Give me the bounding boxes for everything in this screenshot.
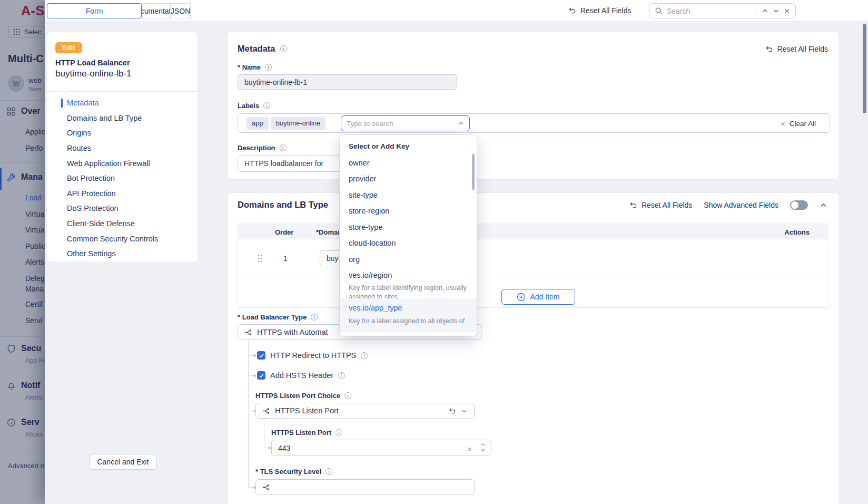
info-icon[interactable] [265, 64, 272, 71]
form-section-nav-item[interactable]: Domains and LB Type [47, 111, 198, 126]
number-stepper[interactable] [480, 442, 486, 452]
info-icon[interactable] [311, 314, 318, 321]
metadata-section: Metadata Reset All Fields * Name buytime… [228, 32, 839, 180]
advanced-fields-toggle[interactable] [790, 200, 808, 210]
form-section-nav-item[interactable]: Web Application Firewall [47, 156, 198, 171]
labels-search-input[interactable] [347, 120, 458, 128]
info-icon[interactable] [344, 392, 351, 399]
edit-badge: Edit [55, 42, 82, 53]
divider [757, 7, 757, 15]
description-label: Description [238, 144, 287, 152]
branch-icon [244, 328, 252, 336]
form-section-nav: MetadataDomains and LB TypeOriginsRoutes… [47, 95, 198, 261]
form-navigator: Edit HTTP Load Balancer buytime-online-l… [46, 32, 198, 262]
branch-icon [262, 407, 270, 415]
form-section-nav-item[interactable]: Common Security Controls [47, 231, 198, 246]
close-icon[interactable] [784, 8, 790, 14]
labels-label: Labels [238, 102, 270, 110]
info-icon[interactable] [263, 102, 270, 109]
name-field[interactable]: buytime-online-lb-1 [238, 74, 457, 90]
chevron-down-icon[interactable] [773, 7, 780, 14]
dropdown-option[interactable]: org [349, 256, 468, 263]
form-section-nav-item[interactable]: Routes [47, 141, 198, 156]
dropdown-option[interactable]: store-type [349, 224, 468, 231]
add-item-button[interactable]: Add Item [501, 289, 575, 305]
metadata-reset-all-button[interactable]: Reset All Fields [765, 45, 828, 53]
label-tag[interactable]: app [246, 117, 269, 130]
dropdown-option[interactable]: ves.io/region Key for a label identifyin… [349, 272, 468, 302]
dropdown-option[interactable]: site-type [349, 191, 468, 199]
lb-type-label: * Load Balancer Type [238, 313, 318, 321]
header-reset-all-button[interactable]: Reset All Fields [568, 0, 631, 21]
form-section-nav-item[interactable]: Bot Protection [47, 171, 198, 186]
form-section-nav-item[interactable]: Other Settings [47, 246, 198, 261]
dropdown-option[interactable]: owner [349, 159, 468, 167]
label-tags: appbuytime-online [246, 117, 328, 130]
http-redirect-checkbox[interactable] [257, 351, 265, 360]
http-redirect-label: HTTP Redirect to HTTPS [270, 351, 368, 360]
domains-title: Domains and LB Type [238, 200, 328, 210]
app-root: A-S Selec Multi-C W web Nam Over Applic … [0, 0, 868, 504]
tls-level-select[interactable] [255, 479, 475, 495]
undo-icon[interactable] [448, 407, 456, 415]
chevron-up-icon[interactable] [762, 7, 768, 14]
listen-port-field[interactable]: 443 × [271, 440, 491, 456]
search-input[interactable] [667, 7, 753, 15]
modal-dim-overlay [0, 0, 45, 504]
collapse-chevron-icon[interactable] [820, 201, 827, 209]
dropdown-option[interactable]: provider [349, 175, 468, 182]
dropdown-scrollbar-thumb[interactable] [472, 154, 475, 190]
drag-handle-icon[interactable] [257, 254, 263, 265]
info-icon[interactable] [280, 144, 287, 151]
dropdown-option[interactable]: store-region [349, 207, 468, 215]
info-icon[interactable] [338, 372, 345, 379]
form-section-nav-item[interactable]: Metadata [47, 95, 198, 111]
hsts-checkbox[interactable] [257, 371, 265, 380]
object-type-title: HTTP Load Balancer [55, 59, 130, 67]
hsts-label: Add HSTS Header [270, 371, 345, 380]
view-tab[interactable]: Documentation [141, 3, 171, 18]
tls-level-label: * TLS Security Level [255, 468, 332, 476]
undo-icon [568, 6, 576, 15]
port-choice-label: HTTPS Listen Port Choice [255, 392, 351, 400]
dropdown-option-highlighted[interactable]: ves.io/app_type Key for a label assigned… [340, 298, 477, 332]
clear-all-button[interactable]: × Clear All [781, 114, 816, 133]
chevron-down-icon[interactable] [461, 408, 468, 414]
info-icon[interactable] [336, 429, 342, 436]
listen-port-label: HTTPS Listen Port [271, 429, 342, 437]
info-icon[interactable] [361, 352, 368, 359]
info-icon[interactable] [326, 468, 332, 475]
chevron-up-icon[interactable] [458, 120, 464, 127]
plus-circle-icon [517, 293, 526, 302]
show-advanced-fields-label: Show Advanced Fields [704, 201, 778, 209]
tree-dot [253, 374, 256, 377]
close-icon: × [781, 119, 785, 128]
cancel-and-exit-button[interactable]: Cancel and Exit [90, 454, 156, 470]
tree-line [248, 340, 249, 487]
domains-header-actions: Reset All Fields Show Advanced Fields [629, 200, 827, 210]
info-icon[interactable] [280, 45, 287, 52]
page-scrollbar[interactable] [863, 0, 866, 504]
column-actions: Actions [784, 228, 810, 236]
view-tab[interactable]: JSON [170, 3, 191, 18]
scrollbar-thumb[interactable] [863, 24, 866, 113]
labels-key-dropdown: Select or Add Key owner provider site-ty… [340, 135, 477, 336]
row-order-value: 1 [283, 254, 288, 263]
form-section-nav-item[interactable]: Origins [47, 125, 198, 141]
port-choice-select[interactable]: HTTPS Listen Port [255, 403, 475, 419]
object-name: buytime-online-lb-1 [55, 69, 132, 79]
find-on-page-bar [649, 3, 796, 18]
view-tab[interactable]: Form [47, 3, 142, 18]
tree-dot [268, 447, 271, 449]
dropdown-header: Select or Add Key [349, 142, 468, 150]
domain-table-row: 1 buyt [238, 239, 828, 277]
tree-dot [253, 354, 256, 357]
clear-value-icon[interactable]: × [467, 444, 472, 453]
form-section-nav-item[interactable]: API Protection [47, 186, 198, 201]
domains-reset-all-button[interactable]: Reset All Fields [629, 201, 692, 209]
form-section-nav-item[interactable]: DoS Protection [47, 201, 198, 216]
form-section-nav-item[interactable]: Client-Side Defense [47, 216, 198, 231]
dropdown-option[interactable]: cloud-location [349, 239, 468, 247]
editor-panel: FormDocumentationJSON Reset All Fields E… [45, 0, 868, 504]
label-tag[interactable]: buytime-online [271, 117, 326, 130]
